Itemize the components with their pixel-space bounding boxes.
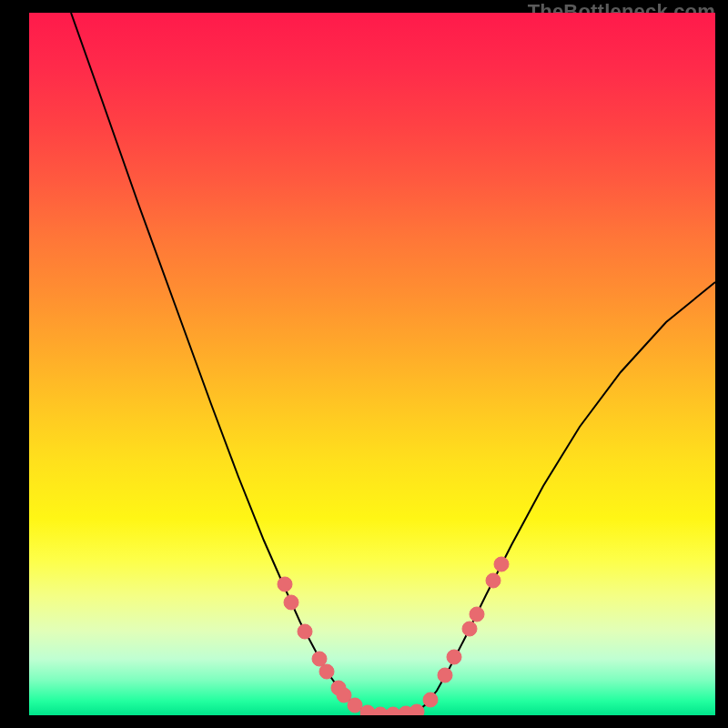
plot-area [29, 13, 715, 715]
marker-dot [319, 664, 334, 679]
marker-dot [312, 652, 327, 666]
marker-dot [348, 698, 362, 713]
marker-dot [423, 693, 438, 707]
chart-stage: TheBottleneck.com [0, 0, 728, 728]
marker-dots-group [278, 557, 509, 715]
marker-dot [462, 622, 477, 636]
marker-dot [278, 577, 292, 592]
marker-dot [438, 668, 452, 682]
marker-dot [410, 704, 424, 715]
marker-dot [494, 557, 509, 571]
marker-dot [470, 607, 484, 622]
marker-dot [284, 595, 298, 610]
marker-dot [447, 650, 461, 664]
bottleneck-curve [71, 13, 715, 714]
curve-svg [29, 13, 715, 715]
marker-dot [486, 573, 500, 588]
marker-dot [298, 624, 312, 639]
